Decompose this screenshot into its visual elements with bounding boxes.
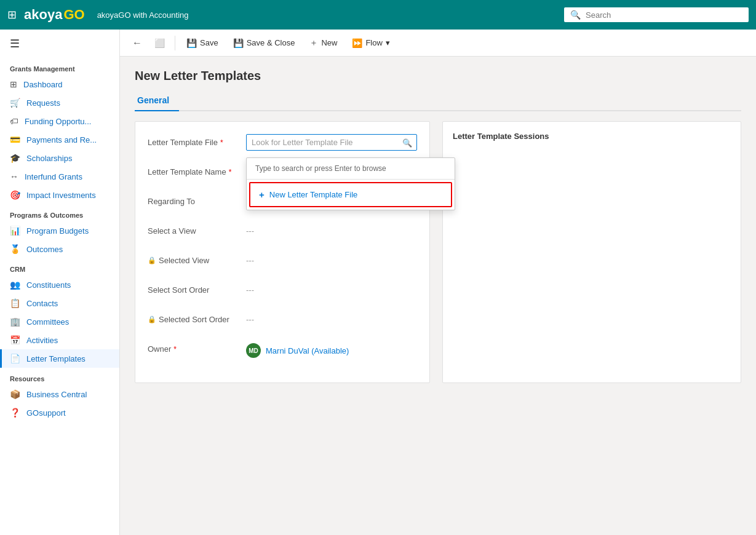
grid-icon[interactable]: ⊞ (7, 8, 17, 22)
form-layout: Letter Template File * 🔍 Type to search … (135, 121, 741, 383)
new-label: New (321, 38, 337, 47)
search-bar[interactable]: 🔍 (564, 7, 749, 22)
required-indicator: * (220, 138, 223, 147)
sidebar: ☰ Grants Management ⊞ Dashboard 🛒 Reques… (0, 30, 120, 535)
sidebar-item-constituents[interactable]: 👥 Constituents (0, 275, 119, 294)
search-input[interactable] (586, 10, 742, 20)
flow-button[interactable]: ⏩ Flow ▾ (346, 35, 396, 51)
outcomes-icon: 🏅 (10, 244, 20, 254)
flow-label: Flow (365, 38, 382, 47)
selected-sort-order-row: 🔒 Selected Sort Order --- (148, 311, 417, 331)
dropdown-hint: Type to search or press Enter to browse (247, 158, 455, 180)
scholarships-icon: 🎓 (10, 153, 20, 163)
save-label: Save (200, 38, 218, 47)
sidebar-item-business-central[interactable]: 📦 Business Central (0, 385, 119, 403)
letter-template-name-label: Letter Template Name * (148, 164, 246, 176)
letter-template-dropdown: Type to search or press Enter to browse … (246, 157, 455, 210)
selected-view-row: 🔒 Selected View --- (148, 252, 417, 272)
app-logo: akoyaGO (24, 7, 85, 23)
save-close-button[interactable]: 💾 Save & Close (227, 35, 301, 51)
sidebar-item-label: Constituents (26, 280, 71, 290)
funding-icon: 🏷 (10, 116, 18, 126)
owner-value: MD Marni DuVal (Available) (246, 341, 349, 358)
letter-template-file-input[interactable] (246, 134, 417, 151)
toolbar: ← ⬜ 💾 Save 💾 Save & Close ＋ New ⏩ Flow ▾ (120, 30, 756, 57)
letter-templates-icon: 📄 (10, 354, 20, 363)
sidebar-item-impact[interactable]: 🎯 Impact Investments (0, 186, 119, 204)
logo-go: GO (63, 7, 84, 23)
sidebar-item-funding[interactable]: 🏷 Funding Opportu... (0, 112, 119, 130)
sidebar-item-dashboard[interactable]: ⊞ Dashboard (0, 75, 119, 93)
owner-avatar: MD (246, 343, 261, 358)
hamburger-icon[interactable]: ☰ (0, 30, 119, 58)
lock-icon: 🔒 (148, 256, 156, 264)
sidebar-item-label: Committees (26, 317, 69, 327)
select-sort-order-label: Select Sort Order (148, 282, 246, 295)
sidebar-item-payments[interactable]: 💳 Payments and Re... (0, 130, 119, 149)
sidebar-item-label: Business Central (26, 390, 87, 399)
selected-sort-order-value: --- (246, 311, 417, 324)
letter-template-file-row: Letter Template File * 🔍 Type to search … (148, 134, 417, 154)
sidebar-item-gosupport[interactable]: ❓ GOsupport (0, 403, 119, 422)
sidebar-item-label: Dashboard (23, 80, 63, 89)
letter-template-file-label: Letter Template File * (148, 134, 246, 147)
sidebar-item-requests[interactable]: 🛒 Requests (0, 93, 119, 112)
required-indicator-2: * (229, 168, 232, 176)
save-close-icon: 💾 (233, 38, 244, 48)
new-button[interactable]: ＋ New (303, 34, 343, 52)
owner-name-link[interactable]: Marni DuVal (Available) (266, 346, 349, 355)
window-button[interactable]: ⬜ (149, 36, 170, 50)
select-view-row: Select a View --- (148, 223, 417, 242)
sidebar-item-contacts[interactable]: 📋 Contacts (0, 294, 119, 312)
sidebar-item-program-budgets[interactable]: 📊 Program Budgets (0, 221, 119, 240)
owner-required-indicator: * (173, 345, 177, 354)
sidebar-item-label: Outcomes (26, 245, 63, 254)
dashboard-icon: ⊞ (10, 79, 17, 89)
app-name: akoyaGO with Accounting (97, 10, 189, 20)
requests-icon: 🛒 (10, 98, 20, 108)
sidebar-item-activities[interactable]: 📅 Activities (0, 331, 119, 349)
owner-row: Owner * MD Marni DuVal (Available) (148, 341, 417, 360)
main-layout: ☰ Grants Management ⊞ Dashboard 🛒 Reques… (0, 30, 756, 535)
sidebar-item-label: Activities (26, 336, 58, 345)
toolbar-separator (175, 36, 175, 50)
new-letter-template-file-button[interactable]: + New Letter Template File (249, 182, 452, 207)
sidebar-item-letter-templates[interactable]: 📄 Letter Templates (0, 349, 119, 368)
program-budgets-icon: 📊 (10, 226, 20, 236)
resources-section-title: Resources (0, 368, 119, 385)
sidebar-item-interfund[interactable]: ↔ Interfund Grants (0, 167, 119, 186)
committees-icon: 🏢 (10, 317, 20, 327)
search-icon: 🔍 (570, 10, 581, 20)
impact-icon: 🎯 (10, 190, 20, 200)
sidebar-item-label: Funding Opportu... (25, 117, 91, 126)
contacts-icon: 📋 (10, 298, 20, 308)
logo-akoya: akoya (24, 7, 62, 23)
save-close-label: Save & Close (247, 38, 295, 47)
sidebar-item-label: Scholarships (26, 154, 72, 163)
sidebar-item-label: Interfund Grants (25, 172, 82, 181)
sidebar-item-outcomes[interactable]: 🏅 Outcomes (0, 240, 119, 258)
back-button[interactable]: ← (127, 35, 147, 51)
new-icon: ＋ (309, 38, 318, 49)
save-icon: 💾 (186, 38, 197, 48)
input-search-icon: 🔍 (402, 138, 412, 147)
tab-general[interactable]: General (135, 90, 179, 111)
sidebar-item-label: Program Budgets (26, 226, 89, 236)
form-card: Letter Template File * 🔍 Type to search … (135, 121, 430, 383)
tab-bar: General (135, 90, 741, 111)
page-title: New Letter Templates (135, 69, 741, 83)
select-view-value: --- (246, 223, 417, 236)
sidebar-item-label: Impact Investments (26, 191, 96, 200)
select-view-label: Select a View (148, 223, 246, 236)
lock-icon-2: 🔒 (148, 315, 156, 323)
right-panel-title: Letter Template Sessions (453, 132, 731, 141)
letter-template-file-input-wrap: 🔍 Type to search or press Enter to brows… (246, 134, 417, 151)
constituents-icon: 👥 (10, 280, 20, 290)
sidebar-item-label: Requests (26, 98, 60, 108)
programs-section-title: Programs & Outcomes (0, 204, 119, 221)
plus-icon: + (259, 189, 265, 200)
sidebar-item-committees[interactable]: 🏢 Committees (0, 312, 119, 331)
sidebar-item-scholarships[interactable]: 🎓 Scholarships (0, 149, 119, 167)
select-sort-order-value: --- (246, 282, 417, 295)
save-button[interactable]: 💾 Save (180, 35, 225, 51)
